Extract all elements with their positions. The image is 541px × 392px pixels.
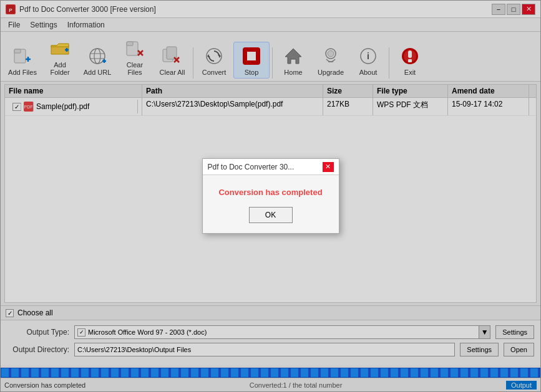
modal-overlay: Pdf to Doc Converter 30... ✕ Conversion … — [1, 1, 540, 391]
modal-message: Conversion has completed — [213, 188, 329, 197]
modal-close-button[interactable]: ✕ — [323, 162, 334, 172]
modal-ok-button[interactable]: OK — [249, 207, 293, 223]
modal-title-bar: Pdf to Doc Converter 30... ✕ — [203, 159, 339, 175]
app-window: P Pdf to Doc Converter 3000 [Free versio… — [0, 0, 541, 392]
modal-title: Pdf to Doc Converter 30... — [208, 163, 295, 171]
modal-dialog: Pdf to Doc Converter 30... ✕ Conversion … — [202, 158, 339, 234]
modal-body: Conversion has completed OK — [203, 175, 339, 233]
